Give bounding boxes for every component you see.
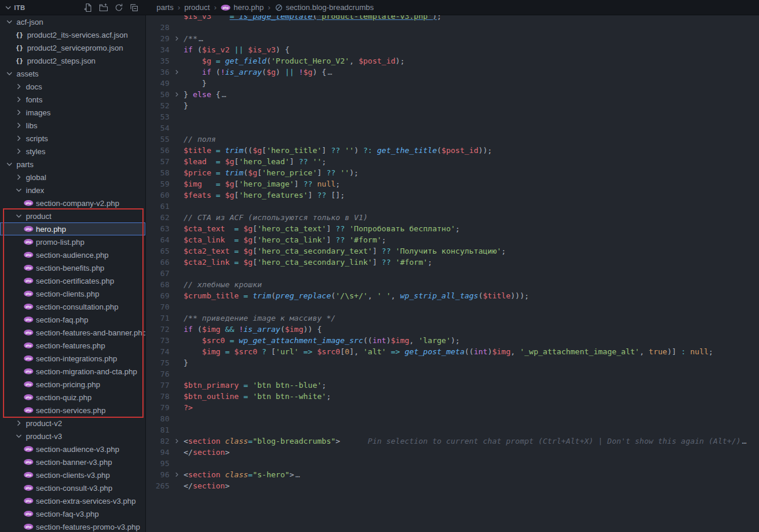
tree-folder-fonts[interactable]: fonts [0,93,145,106]
code-line[interactable]: 36 if (!is_array($g) || !$g) {… [146,66,759,78]
fold-chevron-icon[interactable] [173,437,181,445]
code-line[interactable]: 58$price = trim($g['hero_price'] ?? ''); [146,167,759,178]
tree-file-promo-list.php[interactable]: phppromo-list.php [0,235,145,248]
tree-folder-acf-json[interactable]: acf-json [0,15,145,28]
code-line[interactable]: 71/** приведение image к массиву */ [146,312,759,324]
code-line[interactable]: 55// поля [146,134,759,145]
tree-file-section-extra-services-v3.php[interactable]: phpsection-extra-services-v3.php [0,494,145,507]
fold-chevron-icon[interactable] [173,471,181,478]
code-line[interactable]: 76 [146,368,759,380]
fold-chevron-icon[interactable] [173,68,181,76]
tree-folder-parts[interactable]: parts [0,158,145,171]
tree-folder-styles[interactable]: styles [0,145,145,158]
tree-file-section-audience.php[interactable]: phpsection-audience.php [0,248,145,261]
code-line[interactable]: 95 [146,458,759,469]
tree-folder-index[interactable]: index [0,184,145,197]
tree-folder-product[interactable]: product [0,210,145,222]
tree-file-section-quiz.php[interactable]: phpsection-quiz.php [0,391,145,404]
tree-file-product2_steps.json[interactable]: {}product2_steps.json [0,54,145,67]
code-line[interactable]: 28 [146,22,759,33]
code-line[interactable]: 75} [146,357,759,368]
code-line[interactable]: 265</section> [146,480,759,491]
code-line[interactable]: 63$cta_text = $g['hero_cta_text'] ?? 'По… [146,223,759,234]
code-line[interactable]: 73 $src0 = wp_get_attachment_image_src((… [146,335,759,346]
tree-file-section-features-promo-v3.php[interactable]: phpsection-features-promo-v3.php [0,520,145,532]
fold-chevron-icon[interactable] [173,91,181,98]
tree-file-section-faq-v3.php[interactable]: phpsection-faq-v3.php [0,507,145,520]
code-line[interactable]: 96<section class="s-hero">… [146,469,759,480]
code-line[interactable]: 34if ($is_v2 || $is_v3) { [146,44,759,55]
code-line[interactable]: 65$cta2_text = $g['hero_cta_secondary_te… [146,245,759,257]
tree-file-section-benefits.php[interactable]: phpsection-benefits.php [0,261,145,274]
code-line[interactable]: 56$title = trim(($g['hero_title'] ?? '')… [146,145,759,156]
code-line[interactable]: 82<section class="blog-breadcrumbs"> Pin… [146,435,759,447]
code-line[interactable]: 68// хлебные крошки [146,279,759,290]
code-line[interactable]: 60$feats = $g['hero_features'] ?? []; [146,189,759,201]
code-line[interactable]: 81 [146,424,759,435]
chevron-down-icon[interactable] [4,3,13,12]
breadcrumb-item[interactable]: parts [157,3,174,12]
project-root-label[interactable]: ITB [14,4,25,11]
tree-file-section-clients.php[interactable]: phpsection-clients.php [0,287,145,300]
code-line[interactable]: 49 } [146,78,759,89]
tree-file-hero.php[interactable]: phphero.php [0,222,145,235]
code-line[interactable]: 78$btn_outline = 'btn btn--white'; [146,391,759,402]
code-line[interactable]: 74 $img = $src0 ? ['url' => $src0[0], 'a… [146,346,759,357]
breadcrumb-item[interactable]: section.blog-breadcrumbs [275,3,374,12]
code-line[interactable]: 29/**… [146,33,759,44]
fold-gutter[interactable] [169,33,184,44]
code-line[interactable]: 61 [146,201,759,212]
tree-file-section-features-and-banner.php[interactable]: phpsection-features-and-banner.php [0,326,145,339]
tree-folder-product-v3[interactable]: product-v3 [0,430,145,443]
code-line[interactable]: $is_v3 = is_page_template('product-templ… [146,15,759,22]
code-line[interactable]: 62// CTA из ACF (используются только в V… [146,212,759,223]
code-line[interactable]: 57$lead = $g['hero_lead'] ?? ''; [146,156,759,167]
code-line[interactable]: 54 [146,122,759,134]
tree-file-section-consult-v3.php[interactable]: phpsection-consult-v3.php [0,481,145,494]
code-line[interactable]: 35 $g = get_field('Product_Hero_V2', $po… [146,55,759,66]
tree-folder-product-v2[interactable]: product-v2 [0,417,145,430]
fold-gutter[interactable] [169,435,184,447]
tree-folder-assets[interactable]: assets [0,67,145,80]
fold-gutter[interactable] [169,469,184,480]
code-line[interactable]: 70 [146,301,759,312]
tree-folder-images[interactable]: images [0,106,145,119]
refresh-icon[interactable] [114,3,124,12]
tree-file-section-pricing.php[interactable]: phpsection-pricing.php [0,378,145,391]
code-editor[interactable]: $is_v3 = is_page_template('product-templ… [146,15,759,532]
code-line[interactable]: 72if ($img && !is_array($img)) { [146,324,759,335]
tree-folder-libs[interactable]: libs [0,119,145,132]
tree-file-section-services.php[interactable]: phpsection-services.php [0,404,145,417]
tree-file-product2_its-services.acf.json[interactable]: {}product2_its-services.acf.json [0,28,145,41]
code-line[interactable]: 80 [146,413,759,424]
tree-file-section-banner-v3.php[interactable]: phpsection-banner-v3.php [0,455,145,468]
tree-folder-docs[interactable]: docs [0,80,145,93]
tree-file-section-clients-v3.php[interactable]: phpsection-clients-v3.php [0,468,145,481]
new-folder-icon[interactable] [99,3,108,12]
tree-file-section-migration-and-cta.php[interactable]: phpsection-migration-and-cta.php [0,365,145,378]
tree-file-section-features.php[interactable]: phpsection-features.php [0,339,145,352]
tree-file-section-faq.php[interactable]: phpsection-faq.php [0,313,145,326]
code-line[interactable]: 59$img = $g['hero_image'] ?? null; [146,178,759,189]
fold-chevron-icon[interactable] [173,35,181,42]
code-line[interactable]: 77$btn_primary = 'btn btn--blue'; [146,380,759,391]
code-line[interactable]: 53 [146,111,759,122]
code-line[interactable]: 67 [146,268,759,279]
tree-file-product2_servicepromo.json[interactable]: {}product2_servicepromo.json [0,41,145,54]
tree-file-section-consultation.php[interactable]: phpsection-consultation.php [0,300,145,313]
tree-file-section-certificates.php[interactable]: phpsection-certificates.php [0,274,145,287]
code-line[interactable]: 52} [146,100,759,111]
fold-gutter[interactable] [169,89,184,100]
tree-folder-global[interactable]: global [0,171,145,184]
fold-gutter[interactable] [169,66,184,78]
breadcrumb-item[interactable]: product [184,3,209,12]
collapse-all-icon[interactable] [129,3,139,12]
tree-file-section-audience-v3.php[interactable]: phpsection-audience-v3.php [0,443,145,455]
new-file-icon[interactable] [84,3,93,12]
code-line[interactable]: 66$cta2_link = $g['hero_cta_secondary_li… [146,257,759,268]
tree-file-section-company-v2.php[interactable]: phpsection-company-v2.php [0,197,145,210]
code-line[interactable]: 94</section> [146,447,759,458]
tree-folder-scripts[interactable]: scripts [0,132,145,145]
breadcrumb-item[interactable]: phphero.php [221,3,264,12]
code-line[interactable]: 69$crumb_title = trim(preg_replace('/\s+… [146,290,759,301]
